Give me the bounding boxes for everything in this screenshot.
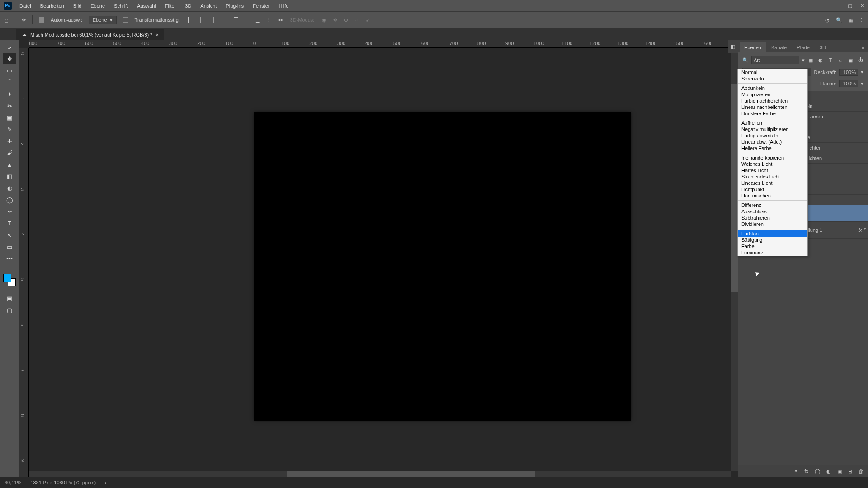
blend-option-negativ-multiplizieren[interactable]: Negativ multiplizieren xyxy=(738,126,807,132)
blend-option-linear-abw-add-[interactable]: Linear abw. (Add.) xyxy=(738,139,807,145)
pen-tool[interactable]: ✒ xyxy=(3,206,16,217)
distribute-v-icon[interactable]: ⋮ xyxy=(265,16,272,23)
window-maximize[interactable]: ▢ xyxy=(848,3,852,9)
eyedropper-tool[interactable]: ✎ xyxy=(3,124,16,135)
blend-option-linear-nachbelichten[interactable]: Linear nachbelichten xyxy=(738,104,807,110)
auto-select-checkbox[interactable] xyxy=(39,17,44,23)
canvas[interactable] xyxy=(254,112,631,421)
blend-option-sprenkeln[interactable]: Sprenkeln xyxy=(738,75,807,82)
screenmode-tool[interactable]: ▢ xyxy=(3,305,16,315)
blend-option-lineares-licht[interactable]: Lineares Licht xyxy=(738,180,807,186)
align-left-icon[interactable]: ▏ xyxy=(186,16,193,23)
tab-ebenen[interactable]: Ebenen xyxy=(740,42,766,52)
status-chevron-icon[interactable]: › xyxy=(105,480,107,485)
filter-shape-icon[interactable]: ▱ xyxy=(837,57,844,63)
heal-tool[interactable]: ✚ xyxy=(3,136,16,146)
menu-hilfe[interactable]: Hilfe xyxy=(274,1,292,10)
shape-tool[interactable]: ▭ xyxy=(3,241,16,252)
blend-option-hellere-farbe[interactable]: Hellere Farbe xyxy=(738,145,807,151)
more-options-icon[interactable]: ••• xyxy=(278,17,284,23)
auto-select-target[interactable]: Ebene▾ xyxy=(89,16,117,24)
menu-auswahl[interactable]: Auswahl xyxy=(133,1,160,10)
brush-tool[interactable]: 🖌 xyxy=(3,147,16,158)
filter-toggle-icon[interactable]: ⏻ xyxy=(857,57,863,63)
menu-fenster[interactable]: Fenster xyxy=(249,1,274,10)
blend-option-s-ttigung[interactable]: Sättigung xyxy=(738,237,807,243)
gradient-tool[interactable]: ◐ xyxy=(3,183,16,193)
blend-option-farbton[interactable]: Farbton xyxy=(738,230,807,237)
foreground-color[interactable] xyxy=(3,274,11,282)
adjustment-layer-icon[interactable]: ◐ xyxy=(826,469,831,474)
align-middle-icon[interactable]: ─ xyxy=(243,16,250,23)
new-group-icon[interactable]: ▣ xyxy=(837,469,842,474)
menu-bearbeiten[interactable]: Bearbeiten xyxy=(36,1,68,10)
tab-3d[interactable]: 3D xyxy=(815,42,830,52)
window-minimize[interactable]: — xyxy=(835,3,840,9)
document-tab[interactable]: ☁ Misch Modis.psdc bei 60,1% (verlauf Ko… xyxy=(16,29,164,40)
new-layer-icon[interactable]: ⊞ xyxy=(848,469,852,474)
fill-field[interactable]: 100% xyxy=(839,80,858,87)
transform-controls-checkbox[interactable] xyxy=(123,17,128,23)
cloud-icon[interactable]: ◔ xyxy=(825,17,830,23)
wand-tool[interactable]: ✦ xyxy=(3,89,16,99)
distribute-h-icon[interactable]: ≡ xyxy=(219,16,226,23)
frame-tool[interactable]: ▣ xyxy=(3,112,16,123)
menu-datei[interactable]: Datei xyxy=(15,1,35,10)
menu-plugins[interactable]: Plug-ins xyxy=(222,1,248,10)
tab-pfade[interactable]: Pfade xyxy=(792,42,814,52)
menu-bild[interactable]: Bild xyxy=(69,1,85,10)
blend-option-lichtpunkt[interactable]: Lichtpunkt xyxy=(738,186,807,192)
tool-collapse[interactable]: » xyxy=(3,42,16,52)
blend-option-farbig-nachbelichten[interactable]: Farbig nachbelichten xyxy=(738,98,807,104)
blend-option-dividieren[interactable]: Dividieren xyxy=(738,221,807,227)
stamp-tool[interactable]: ▲ xyxy=(3,159,16,170)
type-tool[interactable]: T xyxy=(3,218,16,229)
search-icon[interactable]: 🔍 xyxy=(836,17,842,23)
filter-smart-icon[interactable]: ▣ xyxy=(847,57,854,63)
collapsed-panel-strip[interactable]: ◧ xyxy=(728,40,738,53)
align-top-icon[interactable]: ▔ xyxy=(232,16,240,23)
layer-filter-select[interactable]: Art xyxy=(751,56,799,64)
window-close[interactable]: ✕ xyxy=(860,3,864,9)
blend-option-multiplizieren[interactable]: Multiplizieren xyxy=(738,91,807,98)
blend-option-luminanz[interactable]: Luminanz xyxy=(738,249,807,256)
close-tab-icon[interactable]: × xyxy=(156,32,159,38)
blend-option-farbig-abwedeln[interactable]: Farbig abwedeln xyxy=(738,132,807,139)
move-tool[interactable]: ✥ xyxy=(3,53,16,64)
blend-option-ausschluss[interactable]: Ausschluss xyxy=(738,208,807,215)
marquee-tool[interactable]: ▭ xyxy=(3,65,16,76)
menu-ebene[interactable]: Ebene xyxy=(86,1,109,10)
blend-option-subtrahieren[interactable]: Subtrahieren xyxy=(738,215,807,221)
layer-fx-indicator[interactable]: fx ˅ xyxy=(858,228,865,233)
path-select-tool[interactable]: ↖ xyxy=(3,230,16,240)
blend-option-differenz[interactable]: Differenz xyxy=(738,202,807,208)
color-swatches[interactable] xyxy=(3,274,16,286)
blend-option-abdunkeln[interactable]: Abdunkeln xyxy=(738,85,807,91)
ruler-horizontal[interactable]: 8007006005004003002001000100200300400500… xyxy=(29,40,738,48)
blend-option-hartes-licht[interactable]: Hartes Licht xyxy=(738,167,807,174)
menu-schrift[interactable]: Schrift xyxy=(110,1,132,10)
blend-option-weiches-licht[interactable]: Weiches Licht xyxy=(738,161,807,167)
opacity-field[interactable]: 100% xyxy=(839,69,858,76)
menu-ansicht[interactable]: Ansicht xyxy=(196,1,221,10)
filter-type-icon[interactable]: T xyxy=(827,57,834,63)
blend-option-farbe[interactable]: Farbe xyxy=(738,243,807,249)
delete-layer-icon[interactable]: 🗑 xyxy=(859,469,863,474)
quickmask-tool[interactable]: ▣ xyxy=(3,293,16,304)
workspace-icon[interactable]: ▦ xyxy=(849,17,853,23)
edit-toolbar[interactable]: ••• xyxy=(3,253,16,264)
eraser-tool[interactable]: ◧ xyxy=(3,171,16,182)
menu-3d[interactable]: 3D xyxy=(181,1,195,10)
panel-flyout-icon[interactable]: ≡ xyxy=(858,42,868,52)
blend-option-normal[interactable]: Normal xyxy=(738,69,807,75)
layer-fx-icon[interactable]: fx xyxy=(804,469,808,474)
scrollbar-horizontal[interactable] xyxy=(29,471,731,477)
share-icon[interactable]: ⇪ xyxy=(859,17,863,23)
link-layers-icon[interactable]: ⚭ xyxy=(794,469,798,474)
dodge-tool[interactable]: ◯ xyxy=(3,194,16,205)
lasso-tool[interactable]: ⌒ xyxy=(3,77,16,88)
crop-tool[interactable]: ✂ xyxy=(3,100,16,111)
blend-option-ineinanderkopieren[interactable]: Ineinanderkopieren xyxy=(738,155,807,161)
blend-option-dunklere-farbe[interactable]: Dunklere Farbe xyxy=(738,110,807,117)
zoom-level[interactable]: 60,11% xyxy=(5,480,21,485)
